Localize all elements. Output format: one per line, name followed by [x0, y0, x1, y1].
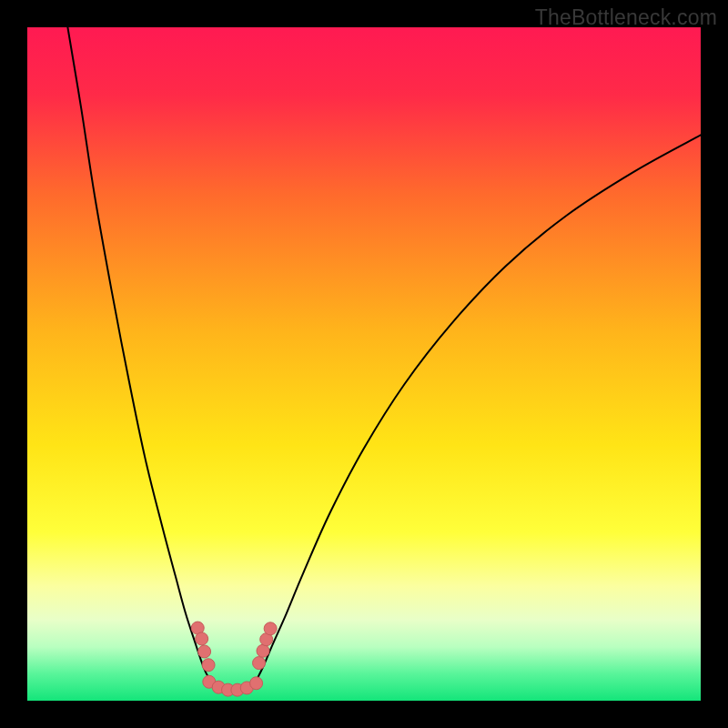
marker-point	[202, 659, 215, 672]
marker-point	[250, 677, 263, 690]
markers-group	[191, 622, 277, 696]
marker-point	[196, 632, 208, 645]
watermark-text: TheBottleneck.com	[535, 5, 717, 30]
curve-curve-left	[67, 27, 211, 681]
chart-overlay	[27, 27, 701, 701]
chart-frame	[27, 27, 701, 701]
marker-point	[264, 622, 277, 635]
marker-point	[198, 645, 211, 658]
marker-point	[257, 644, 269, 657]
curve-curve-right	[257, 135, 701, 680]
curves-group	[67, 27, 701, 689]
marker-point	[253, 657, 266, 670]
